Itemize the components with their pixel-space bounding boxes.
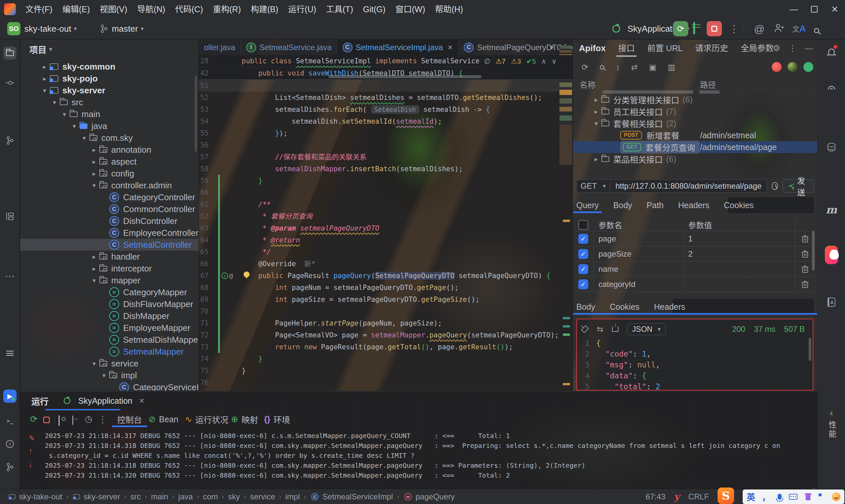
chevron-icon[interactable]: ▾ (99, 372, 109, 379)
code-line-51[interactable]: 51 (199, 80, 573, 92)
chevron-icon[interactable]: ▸ (89, 170, 99, 178)
request-tab-Headers[interactable]: Headers (678, 197, 710, 213)
collapse-all-icon[interactable]: ⇄ (631, 63, 638, 72)
method-select[interactable]: GET ▾ (576, 179, 610, 193)
error-stripe-mark[interactable] (563, 334, 570, 336)
gauge-icon[interactable]: ◷ (85, 414, 92, 424)
menu-item[interactable]: 工具(T) (321, 0, 358, 18)
code-line-54[interactable]: 54 setmealDish.setSetmealId(setmealId); (199, 115, 573, 127)
wechat-icon[interactable] (804, 62, 813, 72)
tree-item-main[interactable]: ▾main (20, 108, 198, 120)
editor-tab-oller.java[interactable]: oller.java (199, 40, 241, 55)
breadcrumb-pageQuery[interactable]: mpageQuery (403, 492, 455, 502)
tree-item-com.sky[interactable]: ▾com.sky (20, 132, 198, 144)
breadcrumb-sky-server[interactable]: sky-server (72, 492, 120, 501)
request-tab-Body[interactable]: Body (613, 197, 632, 213)
code-line-70[interactable]: 70 (199, 305, 573, 317)
code-line-53[interactable]: 53 setmealDishes.forEach( SetmealDish se… (199, 104, 573, 115)
tree-item-config[interactable]: ▸config (20, 167, 198, 179)
commit-icon[interactable] (3, 76, 17, 89)
clear-icon[interactable] (581, 325, 589, 333)
chevron-icon[interactable]: ▾ (69, 122, 80, 130)
chevron-icon[interactable]: ▾ (591, 120, 601, 127)
tree-item-annotation[interactable]: ▸annotation (20, 144, 198, 156)
response-tab-Headers[interactable]: Headers (654, 302, 685, 312)
console-output[interactable]: ✎ ↑ ↓ › 2025-07-23 21:18:14.317 DEBUG 76… (20, 429, 817, 489)
download-icon[interactable] (612, 326, 619, 332)
prev-icon[interactable]: ∧ (541, 57, 546, 65)
code-line-76[interactable]: 76 (199, 377, 573, 389)
code-line-71[interactable]: 71 PageHelper.startPage(pageNum, pageSiz… (199, 317, 573, 329)
editor[interactable]: 5152 List<SetmealDish> setmealDishes = s… (199, 40, 573, 391)
run-view-tab-映射[interactable]: ⊕映射 (231, 411, 258, 427)
kebab-menu-icon[interactable]: ⋮ (98, 414, 107, 425)
split-view-icon[interactable]: ▥ (668, 63, 675, 72)
chevron-icon[interactable]: ▾ (39, 87, 50, 94)
code-line-62[interactable]: 62 * 套餐分页查询 (199, 211, 573, 222)
tree-item-CommonController[interactable]: CCommonController (20, 203, 198, 215)
request-tab-Cookies[interactable]: Cookies (724, 197, 754, 213)
tree-item-aspect[interactable]: ▸aspect (20, 156, 198, 167)
run-view-tab-Bean[interactable]: ⊘Bean (148, 411, 178, 427)
run-view-tab-控制台[interactable]: 控制台 (117, 411, 142, 427)
soft-wrap-icon[interactable]: ⇆ (597, 325, 603, 334)
chevron-icon[interactable]: ▾ (89, 182, 99, 189)
search-icon[interactable] (600, 65, 604, 70)
apifox-tab-接口[interactable]: 接口 (618, 40, 635, 57)
run-view-tab-运行状况[interactable]: ∿运行状况 (185, 411, 228, 427)
version-control-icon[interactable] (3, 461, 17, 474)
chevron-icon[interactable]: ▸ (591, 96, 601, 104)
gear-icon[interactable]: ⚙ (773, 43, 780, 53)
horizontal-scrollbar[interactable] (329, 75, 481, 78)
response-tab-Body[interactable]: Body (576, 302, 595, 312)
breadcrumb-sky-take-out[interactable]: sky-take-out (8, 492, 63, 501)
checkbox-unchecked[interactable]: ✓ (578, 220, 588, 230)
chevron-icon[interactable]: ▸ (591, 108, 601, 115)
breadcrumb-sky[interactable]: sky (228, 492, 240, 501)
problems-icon[interactable]: i (3, 437, 17, 451)
menu-item[interactable]: 帮助(H) (430, 0, 468, 18)
toolbox-grid-icon[interactable] (818, 493, 825, 500)
editor-tab-SetmealService.java[interactable]: ISetmealService.java (241, 40, 337, 55)
param-value-input[interactable]: 2 (688, 249, 692, 258)
param-name-input[interactable]: pageSize (598, 249, 631, 258)
project-scrollbar[interactable] (195, 76, 197, 152)
intention-bulb-icon[interactable] (244, 271, 249, 277)
expand-all-icon[interactable]: ↕ (616, 63, 620, 72)
code-line-61[interactable]: 61 /** (199, 199, 573, 211)
more-icon[interactable]: ⋯ (3, 269, 17, 282)
menu-item[interactable]: Git(G) (358, 0, 390, 18)
services-icon[interactable] (3, 347, 17, 360)
request-tab-Query[interactable]: Query (576, 197, 599, 213)
run-tab[interactable]: SkyApplication ✕ (63, 392, 145, 410)
menu-item[interactable]: 导航(N) (133, 0, 170, 18)
delete-param-icon[interactable] (795, 262, 815, 276)
breadcrumb-impl[interactable]: impl (285, 492, 300, 501)
close-icon[interactable]: ✕ (825, 0, 845, 18)
minimize-icon[interactable]: — (784, 0, 804, 18)
api-tree-item-套餐相关接口[interactable]: ▾套餐相关接口(2) (573, 118, 817, 129)
menu-item[interactable]: 视图(V) (95, 0, 132, 18)
api-tree-item-菜品相关接口[interactable]: ▸菜品相关接口(6) (573, 153, 817, 165)
editor-tab-SetmealServiceImpl.java[interactable]: CSetmealServiceImpl.java✕ (337, 40, 459, 55)
search-everywhere-button[interactable] (814, 25, 819, 36)
debug-button[interactable] (693, 23, 695, 34)
breadcrumb-java[interactable]: java (178, 492, 193, 501)
code-line-64[interactable]: 64 * @return (199, 234, 573, 246)
kebab-menu-icon[interactable]: ⋮ (788, 43, 797, 53)
param-name-input[interactable]: categoryId (598, 280, 635, 289)
tree-item-controller.admin[interactable]: ▾controller.admin (20, 179, 198, 191)
checkbox-checked[interactable]: ✓ (578, 234, 588, 244)
breadcrumb-service[interactable]: service (250, 492, 275, 501)
code-line-72[interactable]: 72 Page<SetmealVO> page = setmealMapper.… (199, 329, 573, 341)
delete-param-icon[interactable] (795, 246, 815, 261)
breadcrumb-src[interactable]: src (130, 492, 141, 501)
translate-icon[interactable]: 文A (792, 23, 806, 34)
run-view-tab-环境[interactable]: {}环境 (264, 411, 290, 427)
chevron-icon[interactable]: ▸ (591, 155, 601, 163)
code-line-75[interactable]: 75} (199, 365, 573, 377)
screenshot-icon[interactable] (58, 416, 60, 426)
chevron-icon[interactable]: ▸ (89, 253, 99, 260)
microphone-icon[interactable] (778, 494, 781, 500)
close-icon[interactable]: ✕ (139, 397, 145, 405)
